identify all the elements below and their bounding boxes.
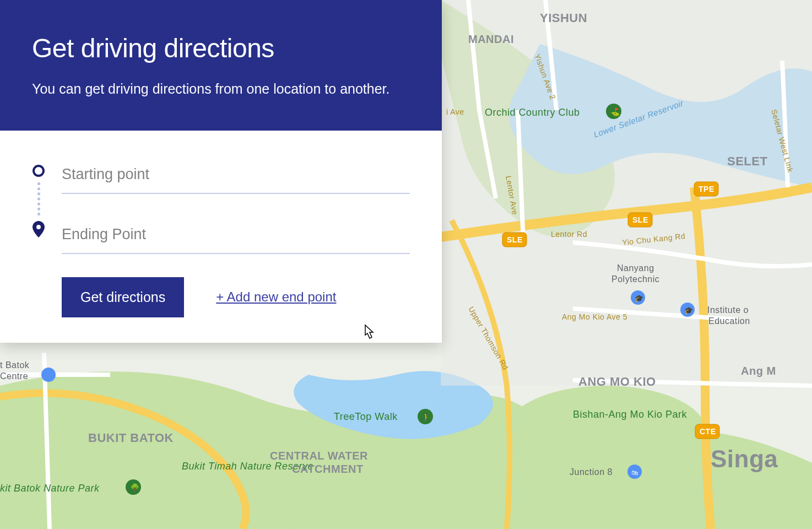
area-label: Ang M [741,365,776,377]
start-point-icon [33,165,45,177]
svg-text:SLE: SLE [632,215,648,224]
poi-label: Junction 8 [570,467,613,477]
svg-text:SLE: SLE [507,235,523,244]
area-label: MANDAI [468,33,514,45]
waypoints-column [32,163,45,237]
end-point-icon [32,221,45,237]
poi-label: Education [708,316,750,326]
highway-shield-cte: CTE [695,424,719,439]
svg-text:🛍: 🛍 [631,469,638,477]
svg-point-19 [36,225,41,229]
add-end-point-link[interactable]: + Add new end point [216,289,336,305]
area-label: CATCHMENT [292,463,364,475]
start-point-input[interactable] [62,163,410,194]
road-label: i Ave [446,107,464,116]
panel-subtitle: You can get driving directions from one … [32,79,410,100]
svg-text:🚶: 🚶 [421,413,431,422]
highway-shield-sle: SLE [628,213,652,227]
highway-shield-sle2: SLE [502,233,527,247]
svg-text:🌳: 🌳 [130,483,140,493]
svg-text:🎓: 🎓 [635,294,644,303]
svg-point-2 [507,386,705,474]
svg-text:⛳: ⛳ [610,107,620,117]
route-line-icon [37,182,40,215]
panel-header: Get driving directions You can get drivi… [0,0,442,131]
poi-label: Orchid Country Club [485,107,580,118]
poi-label: TreeTop Walk [334,411,398,422]
area-label: CENTRAL WATER [270,450,368,462]
poi-label: Institute o [707,305,749,315]
poi-label: Centre [0,371,28,381]
panel-title: Get driving directions [32,33,410,63]
poi-label: Polytechnic [611,274,659,284]
poi-pin-icon [41,368,56,382]
area-label: Singa [711,445,778,472]
poi-label: t Batok [0,360,30,370]
poi-label: Bishan-Ang Mo Kio Park [573,409,688,420]
area-label: BUKIT BATOK [88,431,174,445]
area-label: ANG MO KIO [578,375,656,388]
panel-body: Get directions + Add new end point [0,131,442,343]
end-point-input[interactable] [62,223,410,254]
area-label: SELET [727,154,767,168]
svg-text:CTE: CTE [700,427,716,436]
area-label: YISHUN [540,11,587,25]
svg-text:TPE: TPE [699,185,714,193]
poi-label: kit Batok Nature Park [0,483,100,494]
directions-panel: Get driving directions You can get drivi… [0,0,442,343]
svg-text:🎓: 🎓 [684,306,694,315]
road-label: Lentor Rd [551,230,587,239]
road-label: Ang Mo Kio Ave 5 [562,312,627,321]
poi-label: Nanyang [617,263,654,273]
highway-shield-tpe: TPE [694,182,718,196]
get-directions-button[interactable]: Get directions [62,277,184,317]
